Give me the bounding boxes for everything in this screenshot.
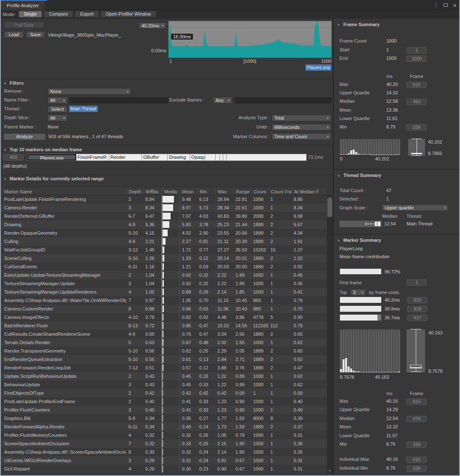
scroll-down-icon[interactable]: ▼: [327, 468, 333, 473]
frame-jump-badge[interactable]: 1000: [407, 56, 427, 62]
frame-jump-badge[interactable]: 915: [407, 398, 427, 405]
save-button[interactable]: Save: [26, 31, 45, 38]
kebab-menu-icon[interactable]: ⋮: [433, 2, 439, 8]
table-row[interactable]: Profiler.FlushMemoryCounters40.320.320.2…: [0, 431, 327, 439]
frame-jump-badge[interactable]: 915: [407, 82, 427, 88]
frame-jump-badge[interactable]: 450: [407, 99, 427, 105]
table-row[interactable]: Camera.ImageEffects4-100.790.820.624.483…: [0, 313, 327, 321]
top10-segment-7[interactable]: [216, 154, 220, 160]
thread-summary-header[interactable]: ▼ Thread Summary: [337, 173, 381, 178]
foldout-icon[interactable]: ▼: [3, 82, 7, 86]
analyze-button[interactable]: Analyze: [3, 133, 45, 140]
table-row[interactable]: Terrain.Details.Render50.630.670.482.021…: [0, 338, 327, 347]
table-row[interactable]: WaitForJobGroupID3-121.451.710.7727.2726…: [0, 246, 327, 254]
analysis-type-dropdown[interactable]: Total ▾: [272, 115, 331, 121]
frame-jump-badge[interactable]: 976: [407, 416, 427, 422]
top10-segment-finishframer[interactable]: FinishFrameR: [76, 154, 109, 160]
table-row[interactable]: TextureStreamingManager.Update31.040.920…: [0, 279, 327, 288]
table-row[interactable]: Culling4-92.212.270.8121.1120.30188921.9…: [0, 237, 327, 246]
column-header-3[interactable]: Media: [162, 187, 179, 195]
column-header-1[interactable]: Depth: [126, 187, 143, 195]
table-row[interactable]: Render.OpaqueGeometry5-104.154.522.9023.…: [0, 229, 327, 237]
table-row[interactable]: PostLateUpdate.ProfilerEndFrame20.400.41…: [0, 397, 327, 406]
column-header-4[interactable]: Mean: [179, 187, 197, 195]
thread-row[interactable]: 12.54Main Thread: [334, 221, 460, 227]
column-header-10[interactable]: At Median F: [292, 187, 323, 195]
menu-button-single[interactable]: Single: [19, 11, 43, 18]
foldout-icon[interactable]: ▼: [337, 23, 340, 27]
table-row[interactable]: Profiler.FlushCounters30.400.410.331.230…: [0, 406, 327, 414]
foldout-icon[interactable]: ▼: [3, 177, 7, 181]
table-row[interactable]: BatchRenderer.Flush8-130.720.850.4715.02…: [0, 321, 327, 330]
table-row[interactable]: Camera.CustomRender80.880.960.6311.0610.…: [0, 305, 327, 313]
close-icon[interactable]: ×: [453, 2, 457, 9]
table-row[interactable]: EndRenderQueueExtraction5-100.550.610.13…: [0, 355, 327, 364]
table-row[interactable]: BehaviourUpdate30.430.450.331.220.891000…: [0, 380, 327, 389]
table-row[interactable]: SceneCulling5-101.261.330.1220.1420.0118…: [0, 254, 327, 262]
tab-profile-analyzer[interactable]: Profile Analyzer: [1, 1, 45, 10]
column-header-2[interactable]: Media▼: [143, 187, 162, 195]
frame-jump-badge[interactable]: 918: [407, 306, 428, 312]
table-row[interactable]: Assembly-CSharp-firstpass.dll!::WaterTil…: [0, 296, 327, 305]
menu-button-open-profiler-window[interactable]: Open Profiler Window: [100, 11, 156, 18]
column-header-5[interactable]: Min: [197, 187, 215, 195]
table-row[interactable]: RenderDeferred.GBuffer6-76.477.074.0343.…: [0, 212, 327, 220]
column-header-0[interactable]: Marker Name: [0, 187, 126, 195]
top10-segment-playerloop[interactable]: PlayerLoop: [27, 154, 76, 160]
marker-columns-dropdown[interactable]: Time and Count ▾: [272, 133, 331, 140]
column-header-7[interactable]: Range: [233, 187, 251, 195]
table-row[interactable]: Update.ScriptRunBehaviourUpdate20.430.45…: [0, 372, 327, 380]
units-dropdown[interactable]: Milliseconds ▾: [272, 124, 331, 131]
foldout-icon[interactable]: ▼: [337, 239, 340, 243]
column-header-9[interactable]: Count Fra: [268, 187, 292, 195]
top10-header[interactable]: ▼ Top 10 markers on median frame: [3, 147, 82, 152]
top10-segment-6[interactable]: [205, 154, 216, 160]
table-row[interactable]: CullResults.CreateSharedRendererScene4-9…: [0, 330, 327, 338]
load-button[interactable]: Load: [4, 31, 24, 38]
thread-select-button[interactable]: Select: [48, 106, 67, 112]
depth-slice-dropdown[interactable]: All ▾: [48, 115, 67, 121]
frame-jump-badge[interactable]: 339: [407, 465, 427, 472]
foldout-icon[interactable]: ▼: [337, 174, 340, 178]
table-row[interactable]: Drawing4-95.365.833.7825.2321.44188925.6…: [0, 220, 327, 229]
table-row[interactable]: FindObjectsOfType20.420.420.420.420.0011…: [0, 389, 327, 397]
frame-jump-badge[interactable]: 917: [407, 315, 428, 321]
maximize-icon[interactable]: [444, 3, 448, 7]
frame-jump-badge[interactable]: 1: [407, 47, 427, 53]
table-row[interactable]: TextureStreamingManager.UpdateRenderers4…: [0, 288, 327, 296]
table-row[interactable]: RenderForwardAlpha.Render6-110.340.400.1…: [0, 423, 327, 431]
exclude-mode-dropdown[interactable]: Any ▾: [213, 97, 232, 104]
frame-summary-header[interactable]: ▼ Frame Summary: [337, 22, 380, 27]
column-header-8[interactable]: Count: [251, 187, 268, 195]
filters-header[interactable]: ▼ Filters: [3, 80, 24, 86]
table-row[interactable]: EarlyUpdate.UpdateTextureStreamingManage…: [0, 271, 327, 279]
median-frame-badge[interactable]: 450: [3, 154, 24, 160]
frame-jump-badge[interactable]: 1: [407, 279, 427, 286]
scrollbar-thumb[interactable]: [327, 198, 332, 217]
top10-segment-drawing[interactable]: Drawing: [168, 154, 190, 160]
range-scale-dropdown[interactable]: 40.20ms ▾: [139, 22, 166, 29]
top10-segment-gbuffer[interactable]: GBuffer: [142, 154, 168, 160]
table-scrollbar[interactable]: ▲ ▼: [327, 195, 333, 473]
table-row[interactable]: Graphics.Blit5-90.340.350.271.771.508000…: [0, 414, 327, 423]
table-row[interactable]: RenderForward.RenderLoopJob7-120.510.570…: [0, 364, 327, 372]
frame-jump-badge[interactable]: 339: [407, 124, 427, 131]
top10-segment-8[interactable]: [220, 154, 223, 160]
table-row[interactable]: Assembly-CSharp-firstpass.dll!::ScreenSp…: [0, 448, 327, 456]
exclude-names-input[interactable]: [234, 97, 332, 103]
top10-segment-render[interactable]: Render: [109, 154, 142, 160]
table-row[interactable]: PostLateUpdate.FinishFrameRendering28.84…: [0, 195, 327, 203]
frame-jump-badge[interactable]: 915: [407, 457, 427, 463]
table-row[interactable]: GUI.Repaint40.290.300.230.900.67100010.3…: [0, 465, 327, 473]
table-row[interactable]: Camera.Render38.348.975.7328.3422.611000…: [0, 203, 327, 212]
graph-scale-dropdown[interactable]: Upper quartile ▾: [382, 204, 448, 211]
table-row[interactable]: ScreenSpaceAmbientOcclusion70.320.330.25…: [0, 439, 327, 448]
top10-segment-9[interactable]: [223, 154, 227, 160]
table-row[interactable]: UIEvents.IMGUIRenderOverlays30.290.310.2…: [0, 456, 327, 465]
name-filter-input[interactable]: [69, 97, 168, 103]
table-row[interactable]: Render.TransparentGeometry5-100.560.620.…: [0, 347, 327, 355]
remove-dropdown[interactable]: None ▾: [48, 88, 131, 95]
menu-button-export[interactable]: Export: [75, 11, 99, 18]
pull-data-button[interactable]: Pull Data: [4, 21, 44, 28]
foldout-icon[interactable]: ▼: [3, 148, 7, 152]
